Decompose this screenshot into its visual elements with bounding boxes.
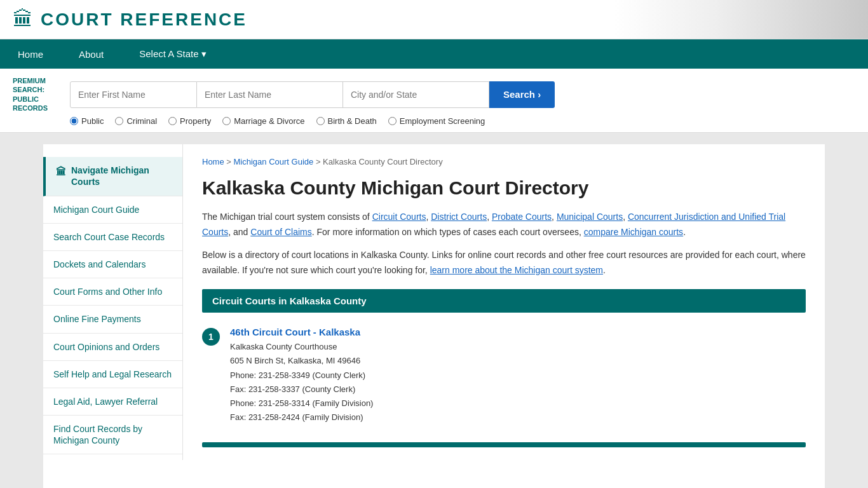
breadcrumb-guide[interactable]: Michigan Court Guide	[234, 157, 314, 166]
courthouse-icon: 🏛	[56, 166, 66, 179]
sidebar-court-opinions[interactable]: Court Opinions and Orders	[43, 334, 182, 361]
radio-public[interactable]: Public	[70, 116, 104, 126]
radio-property[interactable]: Property	[168, 116, 211, 126]
sidebar-legal-aid[interactable]: Legal Aid, Lawyer Referral	[43, 388, 182, 416]
court-phone2: Phone: 231-258-3314 (Family Division)	[230, 398, 373, 408]
page-title: Kalkaska County Michigan Court Directory	[202, 177, 806, 200]
link-circuit-courts[interactable]: Circuit Courts	[372, 212, 426, 222]
court-fax1: Fax: 231-258-3337 (County Clerk)	[230, 384, 355, 394]
city-state-input[interactable]	[343, 81, 489, 108]
link-learn-more[interactable]: learn more about the Michigan court syst…	[430, 265, 603, 275]
link-court-of-claims[interactable]: Court of Claims	[250, 227, 311, 237]
premium-label: PREMIUM SEARCH: PUBLIC RECORDS	[13, 76, 64, 112]
radio-employment[interactable]: Employment Screening	[388, 116, 485, 126]
radio-criminal[interactable]: Criminal	[115, 116, 157, 126]
court-details: 46th Circuit Court - Kalkaska Kalkaska C…	[230, 327, 373, 424]
sidebar-court-forms[interactable]: Court Forms and Other Info	[43, 278, 182, 306]
sidebar-online-fine-payments[interactable]: Online Fine Payments	[43, 306, 182, 333]
court-address1: Kalkaska County Courthouse	[230, 342, 337, 351]
court-name[interactable]: 46th Circuit Court - Kalkaska	[230, 327, 373, 337]
logo-text: COURT REFERENCE	[41, 10, 247, 30]
breadcrumb-home[interactable]: Home	[202, 157, 224, 166]
intro-paragraph-2: Below is a directory of court locations …	[202, 248, 806, 278]
court-fax2: Fax: 231-258-2424 (Family Division)	[230, 412, 363, 422]
bottom-teal-bar	[202, 442, 806, 447]
court-entry-1: 1 46th Circuit Court - Kalkaska Kalkaska…	[202, 319, 806, 432]
breadcrumb-current: Kalkaska County Court Directory	[323, 157, 443, 166]
sidebar-navigate-michigan[interactable]: 🏛 Navigate Michigan Courts	[43, 157, 182, 196]
nav-home[interactable]: Home	[0, 39, 61, 69]
breadcrumb: Home > Michigan Court Guide > Kalkaska C…	[202, 157, 806, 166]
radio-birth-death[interactable]: Birth & Death	[316, 116, 377, 126]
link-probate-courts[interactable]: Probate Courts	[492, 212, 552, 222]
link-compare-courts[interactable]: compare Michigan courts	[584, 227, 683, 237]
sidebar-search-case-records[interactable]: Search Court Case Records	[43, 224, 182, 251]
link-municipal-courts[interactable]: Municipal Courts	[557, 212, 623, 222]
first-name-input[interactable]	[70, 81, 197, 108]
sidebar-find-court-records[interactable]: Find Court Records by Michigan County	[43, 416, 182, 454]
last-name-input[interactable]	[197, 81, 343, 108]
sidebar-self-help[interactable]: Self Help and Legal Research	[43, 361, 182, 388]
sidebar-michigan-court-guide[interactable]: Michigan Court Guide	[43, 196, 182, 224]
sidebar-dockets-calendars[interactable]: Dockets and Calendars	[43, 251, 182, 278]
nav-select-state[interactable]: Select A State ▾	[121, 39, 224, 69]
court-number-badge: 1	[202, 328, 220, 346]
intro-paragraph-1: The Michigan trial court system consists…	[202, 210, 806, 240]
search-button[interactable]: Search ›	[489, 81, 555, 108]
nav-about[interactable]: About	[61, 39, 121, 69]
court-phone1: Phone: 231-258-3349 (County Clerk)	[230, 370, 365, 380]
link-district-courts[interactable]: District Courts	[431, 212, 487, 222]
circuit-courts-header: Circuit Courts in Kalkaska County	[202, 289, 806, 313]
court-address2: 605 N Birch St, Kalkaska, MI 49646	[230, 356, 360, 365]
radio-marriage-divorce[interactable]: Marriage & Divorce	[222, 116, 304, 126]
logo-icon: 🏛	[13, 8, 33, 31]
